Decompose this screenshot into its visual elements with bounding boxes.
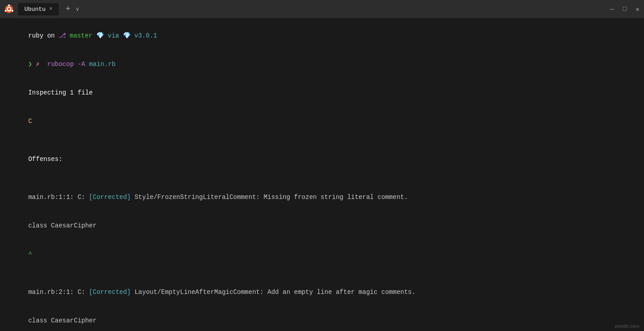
offense-2-loc: main.rb:2:1: C: [Corrected] Layout/Empty… (5, 278, 639, 307)
c-status: C (28, 118, 32, 125)
watermark: wsxdn.com (615, 323, 639, 329)
command-line: ❯ ✗ rubocop -A main.rb (5, 50, 639, 79)
inspecting-line: Inspecting 1 file (5, 79, 639, 107)
offense-1-code-text: class CaesarCipher (28, 222, 96, 229)
prompt-x: ✗ (32, 61, 40, 68)
terminal-window: Ubuntu × + ∨ — □ ✕ ruby on ⎇ master 💎 vi… (0, 0, 644, 331)
tab-dropdown-button[interactable]: ∨ (76, 6, 79, 13)
close-button[interactable]: ✕ (636, 5, 639, 13)
offense-1-loc: main.rb:1:1: C: [Corrected] Style/Frozen… (5, 183, 639, 212)
offense-2-location: main.rb:2:1: C: (28, 288, 85, 296)
prompt-ruby-label: ruby on (28, 32, 58, 39)
window-controls: — □ ✕ (610, 5, 639, 13)
empty-line-1 (5, 136, 639, 145)
ruby-version: via 💎 v3.0.1 (104, 32, 157, 39)
offense-2-code-text: class CaesarCipher (28, 317, 96, 324)
offense-1-caret: ^ (5, 240, 639, 269)
inspecting-text: Inspecting 1 file (28, 89, 93, 96)
offense-2-code: class CaesarCipher (5, 307, 639, 331)
empty-line-2 (5, 174, 639, 183)
offense-1-message: Style/FrozenStringLiteralComment: Missin… (131, 194, 408, 201)
prompt-arrow: ❯ (28, 61, 32, 68)
titlebar-left: Ubuntu × + ∨ (5, 3, 79, 15)
offense-1-code: class CaesarCipher (5, 212, 639, 240)
tab-label: Ubuntu (24, 6, 46, 13)
offense-1-caret-text: ^ (28, 251, 32, 258)
terminal-content[interactable]: ruby on ⎇ master 💎 via 💎 v3.0.1 ❯ ✗ rubo… (0, 18, 644, 331)
c-status-line: C (5, 107, 639, 136)
branch-icon: ⎇ (59, 32, 66, 39)
tab-close-button[interactable]: × (49, 6, 52, 12)
gem-emoji: 💎 (96, 32, 104, 39)
titlebar: Ubuntu × + ∨ — □ ✕ (0, 0, 644, 18)
branch-name: master (66, 32, 96, 39)
offense-1-location: main.rb:1:1: C: (28, 194, 85, 201)
ubuntu-logo-icon (5, 5, 14, 14)
offenses-header: Offenses: (28, 156, 62, 163)
filename: main.rb (89, 61, 116, 68)
active-tab[interactable]: Ubuntu × (18, 3, 59, 15)
offenses-header-line: Offenses: (5, 145, 639, 174)
svg-point-4 (5, 10, 7, 12)
offense-2-corrected: [Corrected] (85, 288, 131, 296)
minimize-button[interactable]: — (610, 5, 614, 13)
rubocop-cmd: rubocop -A (40, 61, 89, 68)
svg-point-3 (12, 10, 14, 12)
new-tab-button[interactable]: + (66, 5, 71, 14)
offense-1-corrected: [Corrected] (85, 194, 131, 201)
svg-point-0 (5, 5, 13, 13)
empty-line-3 (5, 269, 639, 278)
maximize-button[interactable]: □ (623, 5, 626, 13)
prompt-line-1: ruby on ⎇ master 💎 via 💎 v3.0.1 (5, 22, 639, 50)
offense-2-message: Layout/EmptyLineAfterMagicComment: Add a… (131, 288, 415, 296)
